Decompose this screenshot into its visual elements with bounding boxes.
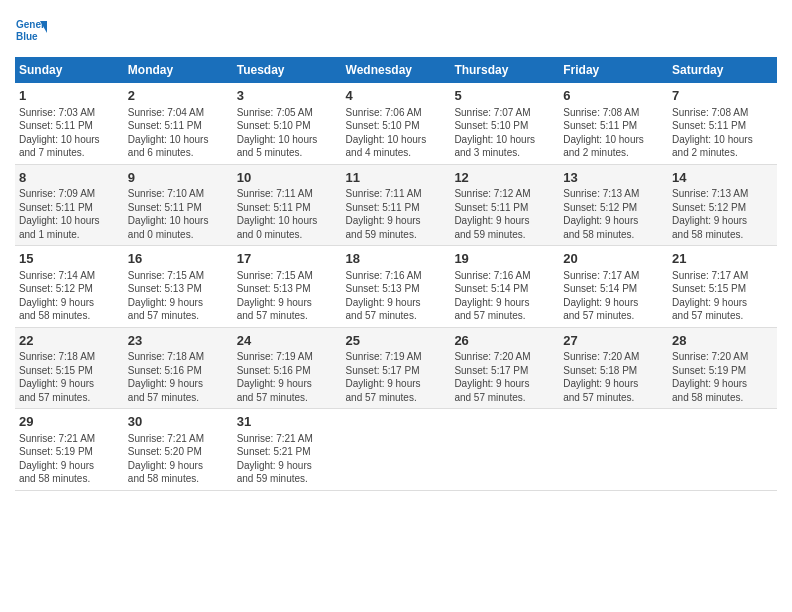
day-cell: 8Sunrise: 7:09 AMSunset: 5:11 PMDaylight… bbox=[15, 164, 124, 246]
day-info: Sunrise: 7:20 AMSunset: 5:18 PMDaylight:… bbox=[563, 350, 664, 404]
day-cell: 17Sunrise: 7:15 AMSunset: 5:13 PMDayligh… bbox=[233, 246, 342, 328]
day-cell: 10Sunrise: 7:11 AMSunset: 5:11 PMDayligh… bbox=[233, 164, 342, 246]
day-info: Sunrise: 7:14 AMSunset: 5:12 PMDaylight:… bbox=[19, 269, 120, 323]
day-cell: 25Sunrise: 7:19 AMSunset: 5:17 PMDayligh… bbox=[342, 327, 451, 409]
svg-text:Blue: Blue bbox=[16, 31, 38, 42]
day-cell bbox=[668, 409, 777, 491]
day-cell: 11Sunrise: 7:11 AMSunset: 5:11 PMDayligh… bbox=[342, 164, 451, 246]
day-info: Sunrise: 7:13 AMSunset: 5:12 PMDaylight:… bbox=[563, 187, 664, 241]
col-header-thursday: Thursday bbox=[450, 57, 559, 83]
day-number: 12 bbox=[454, 169, 555, 187]
day-number: 4 bbox=[346, 87, 447, 105]
day-cell: 5Sunrise: 7:07 AMSunset: 5:10 PMDaylight… bbox=[450, 83, 559, 164]
day-cell: 22Sunrise: 7:18 AMSunset: 5:15 PMDayligh… bbox=[15, 327, 124, 409]
day-cell: 20Sunrise: 7:17 AMSunset: 5:14 PMDayligh… bbox=[559, 246, 668, 328]
day-info: Sunrise: 7:21 AMSunset: 5:20 PMDaylight:… bbox=[128, 432, 229, 486]
day-info: Sunrise: 7:21 AMSunset: 5:21 PMDaylight:… bbox=[237, 432, 338, 486]
day-info: Sunrise: 7:17 AMSunset: 5:15 PMDaylight:… bbox=[672, 269, 773, 323]
day-info: Sunrise: 7:17 AMSunset: 5:14 PMDaylight:… bbox=[563, 269, 664, 323]
day-number: 24 bbox=[237, 332, 338, 350]
day-info: Sunrise: 7:15 AMSunset: 5:13 PMDaylight:… bbox=[237, 269, 338, 323]
day-info: Sunrise: 7:06 AMSunset: 5:10 PMDaylight:… bbox=[346, 106, 447, 160]
day-cell: 26Sunrise: 7:20 AMSunset: 5:17 PMDayligh… bbox=[450, 327, 559, 409]
day-info: Sunrise: 7:11 AMSunset: 5:11 PMDaylight:… bbox=[237, 187, 338, 241]
week-row-5: 29Sunrise: 7:21 AMSunset: 5:19 PMDayligh… bbox=[15, 409, 777, 491]
day-info: Sunrise: 7:04 AMSunset: 5:11 PMDaylight:… bbox=[128, 106, 229, 160]
day-number: 18 bbox=[346, 250, 447, 268]
day-info: Sunrise: 7:20 AMSunset: 5:17 PMDaylight:… bbox=[454, 350, 555, 404]
day-cell: 15Sunrise: 7:14 AMSunset: 5:12 PMDayligh… bbox=[15, 246, 124, 328]
day-cell: 3Sunrise: 7:05 AMSunset: 5:10 PMDaylight… bbox=[233, 83, 342, 164]
day-number: 17 bbox=[237, 250, 338, 268]
calendar-header: SundayMondayTuesdayWednesdayThursdayFrid… bbox=[15, 57, 777, 83]
day-info: Sunrise: 7:12 AMSunset: 5:11 PMDaylight:… bbox=[454, 187, 555, 241]
day-number: 21 bbox=[672, 250, 773, 268]
day-cell: 18Sunrise: 7:16 AMSunset: 5:13 PMDayligh… bbox=[342, 246, 451, 328]
day-info: Sunrise: 7:18 AMSunset: 5:15 PMDaylight:… bbox=[19, 350, 120, 404]
day-cell: 27Sunrise: 7:20 AMSunset: 5:18 PMDayligh… bbox=[559, 327, 668, 409]
day-cell: 30Sunrise: 7:21 AMSunset: 5:20 PMDayligh… bbox=[124, 409, 233, 491]
logo-svg: General Blue bbox=[15, 15, 47, 47]
day-cell: 4Sunrise: 7:06 AMSunset: 5:10 PMDaylight… bbox=[342, 83, 451, 164]
logo-block: General Blue bbox=[15, 15, 47, 47]
week-row-2: 8Sunrise: 7:09 AMSunset: 5:11 PMDaylight… bbox=[15, 164, 777, 246]
day-info: Sunrise: 7:07 AMSunset: 5:10 PMDaylight:… bbox=[454, 106, 555, 160]
day-cell: 31Sunrise: 7:21 AMSunset: 5:21 PMDayligh… bbox=[233, 409, 342, 491]
day-cell bbox=[450, 409, 559, 491]
day-number: 25 bbox=[346, 332, 447, 350]
day-info: Sunrise: 7:21 AMSunset: 5:19 PMDaylight:… bbox=[19, 432, 120, 486]
day-number: 14 bbox=[672, 169, 773, 187]
day-cell: 16Sunrise: 7:15 AMSunset: 5:13 PMDayligh… bbox=[124, 246, 233, 328]
day-info: Sunrise: 7:19 AMSunset: 5:16 PMDaylight:… bbox=[237, 350, 338, 404]
col-header-friday: Friday bbox=[559, 57, 668, 83]
day-cell bbox=[559, 409, 668, 491]
logo: General Blue bbox=[15, 15, 47, 47]
day-info: Sunrise: 7:18 AMSunset: 5:16 PMDaylight:… bbox=[128, 350, 229, 404]
day-info: Sunrise: 7:16 AMSunset: 5:13 PMDaylight:… bbox=[346, 269, 447, 323]
week-row-1: 1Sunrise: 7:03 AMSunset: 5:11 PMDaylight… bbox=[15, 83, 777, 164]
col-header-wednesday: Wednesday bbox=[342, 57, 451, 83]
day-info: Sunrise: 7:20 AMSunset: 5:19 PMDaylight:… bbox=[672, 350, 773, 404]
day-cell: 7Sunrise: 7:08 AMSunset: 5:11 PMDaylight… bbox=[668, 83, 777, 164]
day-cell: 2Sunrise: 7:04 AMSunset: 5:11 PMDaylight… bbox=[124, 83, 233, 164]
day-number: 28 bbox=[672, 332, 773, 350]
day-number: 20 bbox=[563, 250, 664, 268]
day-number: 22 bbox=[19, 332, 120, 350]
day-number: 10 bbox=[237, 169, 338, 187]
day-number: 1 bbox=[19, 87, 120, 105]
day-info: Sunrise: 7:05 AMSunset: 5:10 PMDaylight:… bbox=[237, 106, 338, 160]
day-number: 6 bbox=[563, 87, 664, 105]
day-number: 31 bbox=[237, 413, 338, 431]
day-cell: 19Sunrise: 7:16 AMSunset: 5:14 PMDayligh… bbox=[450, 246, 559, 328]
col-header-monday: Monday bbox=[124, 57, 233, 83]
day-number: 26 bbox=[454, 332, 555, 350]
day-cell: 24Sunrise: 7:19 AMSunset: 5:16 PMDayligh… bbox=[233, 327, 342, 409]
day-cell bbox=[342, 409, 451, 491]
day-number: 9 bbox=[128, 169, 229, 187]
day-info: Sunrise: 7:15 AMSunset: 5:13 PMDaylight:… bbox=[128, 269, 229, 323]
day-cell: 29Sunrise: 7:21 AMSunset: 5:19 PMDayligh… bbox=[15, 409, 124, 491]
day-info: Sunrise: 7:10 AMSunset: 5:11 PMDaylight:… bbox=[128, 187, 229, 241]
calendar-table: SundayMondayTuesdayWednesdayThursdayFrid… bbox=[15, 57, 777, 491]
day-number: 8 bbox=[19, 169, 120, 187]
day-number: 13 bbox=[563, 169, 664, 187]
day-cell: 13Sunrise: 7:13 AMSunset: 5:12 PMDayligh… bbox=[559, 164, 668, 246]
day-cell: 14Sunrise: 7:13 AMSunset: 5:12 PMDayligh… bbox=[668, 164, 777, 246]
week-row-3: 15Sunrise: 7:14 AMSunset: 5:12 PMDayligh… bbox=[15, 246, 777, 328]
day-info: Sunrise: 7:08 AMSunset: 5:11 PMDaylight:… bbox=[672, 106, 773, 160]
day-number: 19 bbox=[454, 250, 555, 268]
day-number: 23 bbox=[128, 332, 229, 350]
col-header-saturday: Saturday bbox=[668, 57, 777, 83]
day-number: 3 bbox=[237, 87, 338, 105]
day-number: 30 bbox=[128, 413, 229, 431]
day-info: Sunrise: 7:16 AMSunset: 5:14 PMDaylight:… bbox=[454, 269, 555, 323]
day-info: Sunrise: 7:09 AMSunset: 5:11 PMDaylight:… bbox=[19, 187, 120, 241]
day-number: 16 bbox=[128, 250, 229, 268]
week-row-4: 22Sunrise: 7:18 AMSunset: 5:15 PMDayligh… bbox=[15, 327, 777, 409]
day-cell: 23Sunrise: 7:18 AMSunset: 5:16 PMDayligh… bbox=[124, 327, 233, 409]
day-cell: 6Sunrise: 7:08 AMSunset: 5:11 PMDaylight… bbox=[559, 83, 668, 164]
day-info: Sunrise: 7:13 AMSunset: 5:12 PMDaylight:… bbox=[672, 187, 773, 241]
day-number: 29 bbox=[19, 413, 120, 431]
day-cell: 9Sunrise: 7:10 AMSunset: 5:11 PMDaylight… bbox=[124, 164, 233, 246]
day-number: 2 bbox=[128, 87, 229, 105]
